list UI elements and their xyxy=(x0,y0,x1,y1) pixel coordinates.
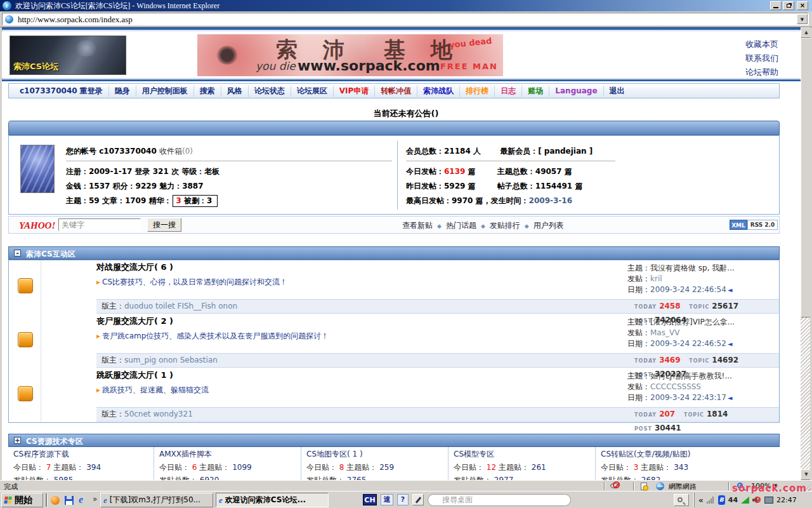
desktop-search-input[interactable] xyxy=(428,494,571,506)
nav-vip[interactable]: VIP申请 xyxy=(334,86,376,97)
link-user-list[interactable]: 用户列表 xyxy=(534,220,564,231)
task-button-forum-active[interactable]: e 欢迎访问索沛CS论坛... xyxy=(216,493,329,507)
wifi-icon[interactable] xyxy=(741,497,749,504)
goto-icon[interactable]: ◄ xyxy=(728,340,733,347)
ime-language-indicator[interactable]: CH xyxy=(363,494,377,505)
forum-title[interactable]: 跳跃服交流大厅( 1 ) xyxy=(96,370,173,381)
xml-badge[interactable]: XML xyxy=(730,220,747,230)
nav-showroom[interactable]: 论坛展区 xyxy=(291,86,334,97)
newest-member[interactable]: [ pandejian ] xyxy=(538,147,593,156)
keyword-input[interactable] xyxy=(58,218,141,231)
forum-footer: 版主：50cnet wondy321 TODAY207 TOPIC1814 PO… xyxy=(96,407,779,422)
forum-title[interactable]: 对战服交流大厅( 6 ) xyxy=(96,262,173,273)
link-hot-topics[interactable]: 热门话题 xyxy=(446,220,476,231)
last-topic-link[interactable]: 我沒有資格做 sp, 我辭... xyxy=(650,264,735,272)
search-tool-button[interactable] xyxy=(674,494,689,506)
link-bookmark[interactable]: 收藏本页 xyxy=(745,37,778,51)
header-links: 收藏本页 联系我们 论坛帮助 xyxy=(745,37,778,79)
collapse-icon[interactable]: - xyxy=(14,250,21,257)
nav-invisible[interactable]: 隐身 xyxy=(109,86,136,97)
restore-button[interactable] xyxy=(783,1,794,10)
nav-ranking[interactable]: 排行榜 xyxy=(460,86,495,97)
signal-bars-icon[interactable] xyxy=(707,497,715,504)
goto-icon[interactable]: ◄ xyxy=(728,286,733,293)
section-title[interactable]: CS资源技术专区 xyxy=(26,436,83,447)
rss-badge[interactable]: RSS 2.0 xyxy=(747,220,778,230)
address-field[interactable]: http://www.sorpack.com/index.asp ▼ xyxy=(2,13,809,25)
nav-style[interactable]: 风格 xyxy=(221,86,249,97)
subforum-link[interactable]: AMXX插件脚本 xyxy=(159,449,296,460)
search-button[interactable]: 搜一搜 xyxy=(147,218,181,232)
last-poster-link[interactable]: CCCCCSSSSS xyxy=(650,382,701,391)
privacy-icon[interactable] xyxy=(610,481,627,491)
moderators[interactable]: duoduo toilet FISh__Fish onon xyxy=(124,302,237,311)
page-warning-icon[interactable] xyxy=(641,483,647,490)
volume-muted-icon[interactable] xyxy=(752,496,761,505)
display-icon[interactable] xyxy=(764,497,773,504)
expand-icon[interactable]: + xyxy=(14,437,21,444)
scrollbar-thumb[interactable] xyxy=(801,38,812,318)
banner-you-die: you die xyxy=(256,60,296,72)
vertical-scrollbar[interactable]: ▲ ▼ xyxy=(801,27,812,480)
link-new-posts[interactable]: 查看新贴 xyxy=(402,220,433,231)
banner-image[interactable]: 索 沛 基 地 you dead you die www.sorpack.com… xyxy=(197,34,503,76)
tray-number[interactable]: 44 xyxy=(728,496,738,504)
ime-help-icon[interactable]: ? xyxy=(397,494,409,505)
subforum-link[interactable]: CS转贴区(文章/视频/贴图) xyxy=(601,449,775,460)
link-contact[interactable]: 联系我们 xyxy=(745,51,778,65)
address-url: http://www.sorpack.com/index.asp xyxy=(18,14,133,25)
nav-status[interactable]: 论坛状态 xyxy=(249,86,291,97)
link-post-ranking[interactable]: 发贴排行 xyxy=(490,220,520,231)
forum-folder-icon xyxy=(18,386,33,401)
nav-casino[interactable]: 赌场 xyxy=(522,86,549,97)
tray-clock[interactable]: 22:47 xyxy=(776,496,797,504)
start-button[interactable]: 開始 xyxy=(1,493,43,507)
header-divider xyxy=(2,79,810,81)
user-rank: 老板 xyxy=(204,167,219,176)
section-title[interactable]: 索沛CS互动区 xyxy=(26,249,75,260)
nav-account[interactable]: c1073370040 重登录 xyxy=(14,86,109,97)
forum-logo-image[interactable]: 索沛CS论坛 xyxy=(10,36,126,75)
last-topic-link[interactable]: [灌水][推荐]VIP怎么拿... xyxy=(650,318,735,326)
last-poster-link[interactable]: Mas_VV xyxy=(650,328,679,337)
scroll-down-button[interactable]: ▼ xyxy=(801,469,812,480)
save-icon[interactable] xyxy=(65,496,74,505)
ie-quicklaunch-icon[interactable]: e xyxy=(79,494,83,505)
scrollbar-track[interactable] xyxy=(801,318,812,469)
tray-collapse-icon[interactable]: « xyxy=(698,496,704,505)
watermark: sorpack.com xyxy=(732,483,807,494)
subforum-link[interactable]: CS模型专区 xyxy=(454,449,590,460)
nav-user-cp[interactable]: 用户控制面板 xyxy=(136,86,194,97)
topics-total: 主题总数：49057 篇 xyxy=(497,167,572,176)
ime-handwriting-icon[interactable] xyxy=(412,494,424,505)
last-poster-link[interactable]: kril xyxy=(650,274,662,283)
user-stats-panel: 您的帐号 c1073370040 收件箱(0) 注册：2009-1-17 登录 … xyxy=(8,135,780,215)
nav-clan[interactable]: 索沛战队 xyxy=(417,86,460,97)
nav-language[interactable]: Language xyxy=(549,86,603,95)
moderators[interactable]: 50cnet wondy321 xyxy=(124,410,193,418)
goto-icon[interactable]: ◄ xyxy=(728,394,733,401)
scroll-up-button[interactable]: ▲ xyxy=(801,27,812,38)
nav-search[interactable]: 搜索 xyxy=(194,86,221,97)
subforum-link[interactable]: CS地图专区( 1 ) xyxy=(306,449,443,460)
nav-blog[interactable]: 日志 xyxy=(495,86,522,97)
status-bar: 完成 網際網路 100% ▼ xyxy=(0,480,812,491)
forum-title[interactable]: 丧尸服交流大厅( 2 ) xyxy=(96,316,173,327)
quicklaunch-app-icon[interactable] xyxy=(51,496,60,505)
bluetooth-icon[interactable]: B xyxy=(718,495,725,505)
inbox-link[interactable]: 收件箱 xyxy=(159,147,182,156)
close-button[interactable]: × xyxy=(797,1,808,10)
more-icon[interactable]: » xyxy=(93,495,97,504)
nav-logout[interactable]: 退出 xyxy=(604,86,631,97)
ime-input-method-icon[interactable]: 速 xyxy=(381,494,393,505)
subforum-link[interactable]: CS程序资源下载 xyxy=(13,449,148,460)
minimize-button[interactable] xyxy=(770,1,782,10)
nav-transfer[interactable]: 转帐冲值 xyxy=(375,86,417,97)
last-topic-link[interactable]: 如何LJ?請高手教教我!... xyxy=(650,371,732,380)
link-help[interactable]: 论坛帮助 xyxy=(745,65,778,79)
task-button-download[interactable]: e [下载]双m3,打尸打到50... xyxy=(100,493,213,507)
moderators[interactable]: sum_pig onon Sebastian xyxy=(124,356,218,364)
internet-zone-icon xyxy=(656,482,664,490)
yesterday-posts: 昨日发帖：5929 篇 xyxy=(406,182,476,190)
address-dropdown-button[interactable]: ▼ xyxy=(797,14,808,24)
